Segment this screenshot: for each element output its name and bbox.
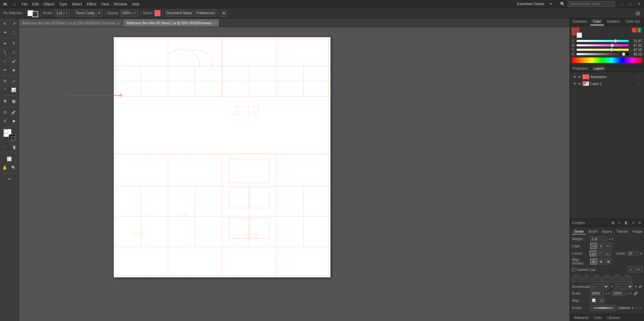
gradient-tab[interactable]: Gradient [604, 18, 623, 25]
lasso-tool[interactable]: ◌ [10, 28, 18, 37]
stroke-width-control[interactable]: 1 pt ▲▼ [55, 9, 70, 17]
stroke-color-box[interactable] [32, 11, 38, 17]
gradient-mode-btn[interactable]: ▓ [10, 143, 18, 151]
doc-tab-1[interactable]: Bathroom Box Rev 05 Sheet 1.ai @ 25% (RG… [19, 19, 123, 27]
pen-tool[interactable]: ✒ [1, 40, 9, 48]
scale-spinner-2[interactable]: ▲▼ [627, 292, 632, 295]
align-inside[interactable]: ⊞ [598, 258, 604, 265]
magic-wand-tool[interactable]: ✦ [1, 28, 9, 37]
symbol-tool[interactable]: ❋ [1, 97, 9, 105]
view-controls[interactable]: ⊞ [221, 9, 227, 17]
color-guide-tab[interactable]: Color Gui [623, 18, 643, 25]
menu-window[interactable]: Window [112, 1, 129, 7]
workspace-selector[interactable]: Essentials Classic [515, 1, 546, 6]
select-all-btn[interactable]: ≡ [637, 220, 642, 225]
links-tab[interactable]: Links [591, 315, 604, 320]
properties-tab[interactable]: Properties [570, 65, 591, 72]
blend-tool[interactable]: ⊙ [1, 108, 9, 116]
doc-tab-2-close[interactable]: ✕ [213, 21, 216, 25]
doc-tab-2[interactable]: Bathroom Box Rev 05 Sheet 2.ai @ 50% (RG… [123, 19, 219, 27]
corner-round[interactable]: ◠ [597, 250, 604, 256]
shaper-tool[interactable]: ◈ [10, 66, 18, 74]
arrange-icon[interactable]: ⊟ [636, 10, 640, 16]
color-mode-btn[interactable]: ⬛ [1, 143, 9, 151]
stroke-tab[interactable]: Stroke [572, 229, 586, 234]
corner-bevel[interactable]: ◺ [604, 250, 611, 256]
weight-input[interactable] [590, 236, 607, 242]
cmyk-k-slider[interactable] [577, 53, 629, 56]
profile-flip-h[interactable]: ↔ [639, 306, 642, 310]
menu-file[interactable]: File [20, 1, 30, 7]
cmyk-c-thumb[interactable] [614, 39, 617, 43]
search-input[interactable] [568, 1, 615, 7]
spectrum-icon[interactable] [637, 28, 642, 32]
layers-tab[interactable]: Layers [591, 65, 607, 72]
workspace-chevron[interactable]: ▼ [547, 1, 555, 6]
dash-aligns[interactable]: ⊟ [635, 267, 642, 273]
layer-annotation-expand[interactable]: ▶ [579, 75, 581, 78]
eyedropper-tool[interactable]: 💉 [10, 108, 18, 116]
layer-annotation-lock[interactable]: ○ [637, 75, 641, 79]
menu-help[interactable]: Help [130, 1, 142, 7]
image-tab[interactable]: Image [630, 229, 644, 234]
type-tool[interactable]: T [10, 40, 18, 48]
gap-cell-2[interactable] [602, 277, 612, 282]
align-outside[interactable]: ⊠ [605, 258, 612, 265]
doc-tab-1-close[interactable]: ✕ [117, 21, 120, 25]
dashed-line-checkbox[interactable] [572, 268, 575, 271]
home-icon[interactable]: ⌂ [11, 1, 18, 7]
gap-cell-1[interactable] [582, 277, 592, 282]
cap-square[interactable]: ⊢ [605, 243, 612, 249]
mesh-tool[interactable]: # [1, 117, 9, 125]
layer-1-expand[interactable]: ▶ [579, 82, 581, 85]
menu-edit[interactable]: Edit [30, 1, 41, 7]
graph-tool[interactable]: 📊 [10, 86, 18, 94]
column-graph-tool[interactable]: ▦ [10, 97, 18, 105]
weight-spinner[interactable]: ▲▼ [608, 237, 614, 240]
scale-spinner-1[interactable]: ▲▼ [605, 292, 610, 295]
menu-effect[interactable]: Effect [85, 1, 99, 7]
cmyk-y-slider[interactable] [577, 49, 629, 51]
hand-tool[interactable]: ✋ [1, 164, 9, 172]
selection-tool[interactable]: ↖ [1, 20, 9, 28]
canvas-area[interactable]: Y-8 Z-4 L-Y S Z 5 8 10 10 Z-10 Y-8 [19, 27, 570, 321]
document-setup-button[interactable]: Document Setup [165, 9, 194, 17]
cmyk-m-thumb[interactable] [610, 44, 614, 47]
profile-chevron[interactable]: ▼ [631, 306, 634, 309]
libraries-tab[interactable]: Libraries [605, 315, 623, 320]
window-close[interactable]: ✕ [636, 1, 643, 7]
arrowhead-start-select[interactable]: — [590, 283, 609, 290]
ellipse-tool[interactable]: ○ [1, 57, 9, 65]
layer-1-lock[interactable]: ○ [637, 82, 641, 86]
more-tools[interactable]: ••• [5, 175, 14, 183]
direct-selection-tool[interactable]: ↗ [10, 20, 18, 28]
color-tab[interactable]: Color [590, 18, 604, 25]
arrow-swap-btn[interactable]: ⇄ [639, 284, 642, 289]
scale-end-input[interactable] [612, 291, 625, 296]
delete-layer-btn[interactable]: 🗑 [623, 220, 629, 225]
cmyk-m-slider[interactable] [577, 44, 629, 47]
color-spectrum-bar[interactable] [572, 58, 642, 63]
align-btn-2[interactable]: ◫ [598, 297, 605, 303]
cmyk-y-thumb[interactable] [610, 48, 613, 51]
cmyk-k-thumb[interactable] [622, 52, 625, 56]
layer-item-1[interactable]: 👁 ▶ Layer 1 ○ [571, 80, 643, 87]
window-minimize[interactable]: ─ [619, 1, 625, 7]
menu-type[interactable]: Type [57, 1, 69, 7]
gradient-tool[interactable]: ■ [10, 117, 18, 125]
dash-cell-1[interactable] [572, 277, 581, 282]
scale-start-input[interactable] [590, 291, 604, 296]
cap-butt[interactable]: ⊣ [590, 243, 597, 249]
warp-tool[interactable]: ⌃ [1, 86, 9, 94]
preferences-button[interactable]: Preferences [195, 9, 216, 17]
brush-selector[interactable]: Touch Callig... ▼ [74, 9, 102, 17]
artboard-tool[interactable]: ⬜ [5, 155, 14, 163]
arrow-select-chevron-2[interactable]: ▼ [635, 285, 637, 288]
layer-item-annotation[interactable]: 👁 ▶ Annotation ○ [571, 73, 643, 80]
align-center[interactable]: ⊟ [590, 258, 597, 265]
dash-cell-3[interactable] [613, 277, 622, 282]
line-tool[interactable]: ╲ [1, 48, 9, 56]
pencil-tool[interactable]: ✏ [1, 66, 9, 74]
limits-input[interactable] [627, 251, 639, 256]
menu-select[interactable]: Select [70, 1, 84, 7]
